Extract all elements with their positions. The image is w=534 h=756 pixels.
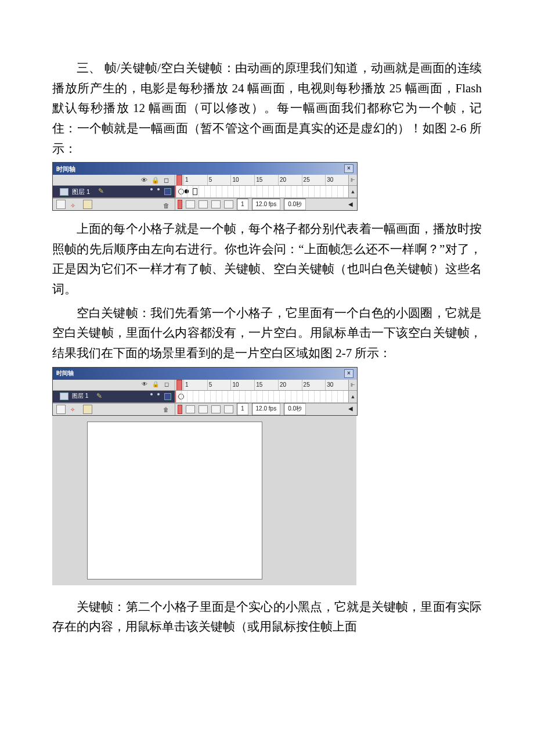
frame-cell[interactable]	[222, 391, 228, 402]
frame-cell-2[interactable]	[181, 186, 187, 197]
frame-cell[interactable]	[257, 391, 262, 402]
frame-cell[interactable]	[228, 186, 233, 197]
frame-cell[interactable]	[187, 391, 193, 402]
scroll-left-icon[interactable]: ◀	[347, 404, 355, 414]
ruler-end-icon[interactable]: ⊩	[348, 175, 357, 185]
frame-cell[interactable]	[297, 391, 302, 402]
frame-cell[interactable]	[291, 391, 297, 402]
frame-cell[interactable]	[216, 186, 222, 197]
onion-skin-outline-icon[interactable]	[199, 200, 208, 208]
frame-cell[interactable]	[228, 391, 233, 402]
new-folder-icon[interactable]	[83, 200, 92, 209]
frame-cell[interactable]	[262, 186, 268, 197]
frame-cell[interactable]	[320, 391, 326, 402]
frame-cell[interactable]	[251, 186, 257, 197]
eye-icon[interactable]: 👁	[140, 177, 148, 184]
stage-canvas[interactable]	[87, 422, 262, 579]
frame-cell[interactable]	[268, 391, 274, 402]
frame-cell[interactable]	[262, 391, 268, 402]
frame-cell[interactable]	[187, 186, 193, 197]
playhead-mini-icon[interactable]	[178, 200, 182, 209]
frame-cell[interactable]	[337, 391, 343, 402]
frame-cell[interactable]	[199, 186, 204, 197]
outline-color-box[interactable]	[164, 188, 171, 195]
frame-cell[interactable]	[285, 186, 291, 197]
new-guide-layer-icon[interactable]: ✧	[70, 405, 78, 413]
frame-cell-1[interactable]	[175, 391, 181, 402]
layer-row-1[interactable]: 图层 1 ✎	[53, 391, 175, 403]
new-folder-icon[interactable]	[83, 405, 92, 414]
onion-skin-icon[interactable]	[186, 405, 195, 413]
scroll-up-icon[interactable]: ▲	[348, 391, 357, 402]
frame-cell[interactable]	[331, 186, 337, 197]
playhead-icon[interactable]	[176, 380, 182, 391]
frame-cell[interactable]	[239, 391, 245, 402]
outline-color-box[interactable]	[164, 393, 171, 400]
frame-cell[interactable]	[297, 186, 302, 197]
onion-skin-icon[interactable]	[186, 200, 195, 208]
frame-cell[interactable]	[257, 186, 262, 197]
frame-cell[interactable]	[199, 391, 204, 402]
frame-cell[interactable]	[302, 186, 308, 197]
frame-cell-1[interactable]	[175, 186, 181, 197]
frame-cell[interactable]	[251, 391, 257, 402]
frame-cell[interactable]	[210, 391, 216, 402]
trash-icon[interactable]: 🗑	[163, 405, 171, 413]
new-guide-layer-icon[interactable]: ✧	[70, 200, 78, 208]
edit-multiple-icon[interactable]	[211, 405, 221, 413]
frame-cell[interactable]	[291, 186, 297, 197]
lock-icon[interactable]: 🔒	[151, 381, 159, 388]
ruler-end-icon[interactable]: ⊩	[348, 380, 357, 390]
frame-cell[interactable]	[273, 391, 279, 402]
frame-cell[interactable]	[222, 186, 228, 197]
frame-cell[interactable]	[210, 186, 216, 197]
onion-skin-outline-icon[interactable]	[199, 405, 208, 413]
frame-ruler[interactable]: 1 5 10 15 20 25 30 ⊩	[175, 175, 357, 186]
layer-row-1[interactable]: 图层 1 ✎	[53, 186, 175, 198]
frame-cell[interactable]	[245, 391, 251, 402]
timeline-titlebar[interactable]: 时间轴 ×	[53, 368, 357, 380]
frame-cell[interactable]	[216, 391, 222, 402]
frame-cell[interactable]	[268, 186, 274, 197]
frame-cell[interactable]	[204, 186, 210, 197]
frames-row[interactable]: ▲	[175, 186, 357, 198]
playhead-icon[interactable]	[176, 175, 182, 186]
playhead-mini-icon[interactable]	[178, 405, 182, 414]
frame-cell[interactable]	[181, 391, 187, 402]
edit-multiple-icon[interactable]	[211, 200, 221, 208]
modify-markers-icon[interactable]	[224, 405, 233, 413]
frame-cell[interactable]	[285, 391, 291, 402]
frame-cell[interactable]	[204, 391, 210, 402]
trash-icon[interactable]: 🗑	[163, 200, 171, 208]
frame-cell[interactable]	[279, 391, 285, 402]
frame-cell[interactable]	[245, 186, 251, 197]
scroll-left-icon[interactable]: ◀	[347, 200, 355, 210]
frame-cell[interactable]	[273, 186, 279, 197]
timeline-titlebar[interactable]: 时间轴 ×	[53, 163, 357, 175]
frame-cell[interactable]	[314, 186, 320, 197]
eye-icon[interactable]: 👁	[140, 381, 148, 388]
outline-square-icon[interactable]: ◻	[163, 381, 170, 388]
modify-markers-icon[interactable]	[224, 200, 233, 208]
frame-cell[interactable]	[308, 391, 314, 402]
frame-cell[interactable]	[239, 186, 245, 197]
close-icon[interactable]: ×	[344, 164, 353, 173]
frame-cell[interactable]	[302, 391, 308, 402]
new-layer-icon[interactable]	[56, 200, 66, 209]
outline-square-icon[interactable]: ◻	[163, 177, 170, 184]
frame-cell[interactable]	[331, 391, 337, 402]
frame-cell[interactable]	[320, 186, 326, 197]
lock-icon[interactable]: 🔒	[151, 177, 159, 184]
frame-cell[interactable]	[308, 186, 314, 197]
frame-cell[interactable]	[279, 186, 285, 197]
frame-cell[interactable]	[326, 186, 331, 197]
scroll-up-icon[interactable]: ▲	[348, 186, 357, 197]
frame-cell[interactable]	[233, 391, 239, 402]
frames-row[interactable]: ▲	[175, 391, 357, 403]
frame-cell[interactable]	[193, 391, 199, 402]
frame-cell[interactable]	[233, 186, 239, 197]
frame-ruler[interactable]: 1 5 10 15 20 25 30 ⊩	[175, 380, 357, 391]
frame-cell[interactable]	[193, 186, 199, 197]
close-icon[interactable]: ×	[344, 369, 353, 378]
new-layer-icon[interactable]	[56, 405, 66, 414]
